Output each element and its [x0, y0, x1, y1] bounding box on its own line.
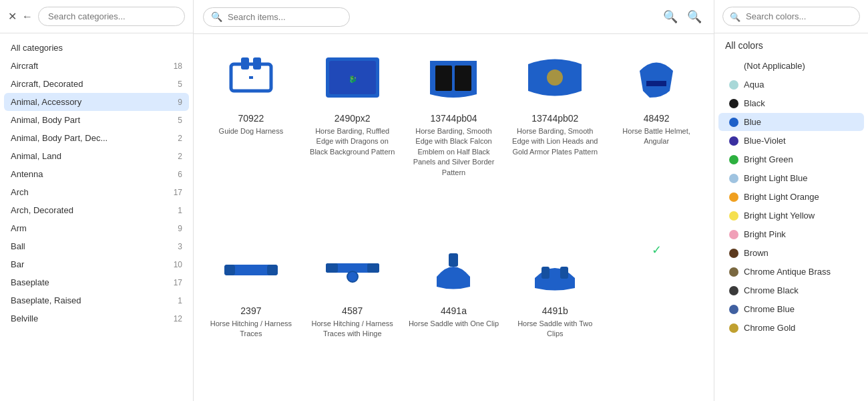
sidebar-item-count: 12	[174, 314, 182, 323]
item-card-4[interactable]: 48492Horse Battle Helmet, Angular	[606, 41, 707, 233]
sidebar-item-4[interactable]: Animal, Body Part5	[0, 111, 193, 129]
sidebar-item-label: Animal, Body Part, Dec...	[11, 133, 107, 143]
sidebar-item-10[interactable]: Arm9	[0, 219, 193, 237]
color-label: Aqua	[744, 80, 764, 90]
color-item-5[interactable]: Bright Green	[718, 150, 864, 168]
sidebar-item-5[interactable]: Animal, Body Part, Dec...2	[0, 129, 193, 147]
color-dot	[729, 305, 738, 314]
sidebar-item-count: 5	[178, 80, 182, 89]
item-name: Horse Saddle with Two Clips	[509, 319, 600, 340]
item-card-9[interactable]: ✓	[606, 233, 707, 394]
color-item-10[interactable]: Brown	[718, 244, 864, 262]
color-label: Brown	[744, 248, 769, 258]
category-search-input[interactable]	[38, 7, 185, 26]
item-id: 4587	[342, 305, 363, 316]
color-item-13[interactable]: Chrome Blue	[718, 300, 864, 318]
sidebar-item-count: 2	[178, 134, 182, 143]
color-dot	[729, 267, 738, 277]
item-card-0[interactable]: 70922Guide Dog Harness	[200, 41, 302, 233]
color-item-7[interactable]: Bright Light Orange	[718, 188, 864, 206]
colors-title: All colors	[714, 33, 868, 53]
items-search-wrap: 🔍	[203, 7, 655, 27]
svg-rect-7	[435, 65, 452, 91]
item-card-3[interactable]: 13744pb02Horse Barding, Smooth Edge with…	[504, 41, 606, 233]
color-item-3[interactable]: Blue	[718, 113, 864, 131]
sidebar-item-label: All categories	[11, 43, 63, 53]
colors-list: (Not Applicable)AquaBlackBlueBlue-Violet…	[714, 53, 868, 401]
search-icon: 🔍	[211, 11, 222, 22]
sidebar-item-12[interactable]: Bar10	[0, 255, 193, 273]
item-image	[623, 47, 690, 108]
sidebar-item-count: 10	[174, 260, 182, 269]
search-icon: 🔍	[730, 11, 740, 21]
sidebar-item-0[interactable]: All categories	[0, 39, 193, 57]
item-image	[420, 240, 487, 300]
color-label: Blue-Violet	[744, 136, 786, 146]
svg-rect-12	[224, 265, 235, 275]
sidebar-item-label: Animal, Body Part	[11, 115, 80, 125]
item-name: Horse Hitching / Harness Traces	[206, 319, 296, 340]
svg-rect-8	[455, 65, 471, 91]
color-label: (Not Applicable)	[744, 61, 805, 71]
color-item-4[interactable]: Blue-Violet	[718, 132, 864, 150]
item-card-7[interactable]: 4491aHorse Saddle with One Clip	[403, 233, 505, 394]
item-id: 4491a	[441, 305, 467, 316]
color-dot	[729, 99, 738, 108]
color-item-6[interactable]: Bright Light Blue	[718, 169, 864, 187]
sidebar-item-13[interactable]: Baseplate17	[0, 273, 193, 291]
sidebar-item-count: 9	[178, 98, 182, 107]
sidebar-item-label: Animal, Accessory	[11, 97, 81, 107]
color-label: Chrome Gold	[744, 323, 795, 333]
sidebar-item-7[interactable]: Antenna6	[0, 165, 193, 183]
color-item-11[interactable]: Chrome Antique Brass	[718, 263, 864, 281]
item-image	[218, 47, 284, 108]
zoom-in-button[interactable]: 🔍	[660, 7, 680, 27]
sidebar-item-15[interactable]: Belville12	[0, 309, 193, 327]
items-search-input[interactable]	[203, 7, 350, 27]
color-item-0[interactable]: (Not Applicable)	[718, 57, 864, 75]
item-card-2[interactable]: 13744pb04Horse Barding, Smooth Edge with…	[403, 41, 505, 233]
color-item-9[interactable]: Bright Pink	[718, 225, 864, 243]
sidebar-item-count: 5	[178, 116, 182, 125]
item-image	[521, 47, 588, 108]
item-check-mark: ✓	[652, 243, 662, 257]
sidebar-item-3[interactable]: Animal, Accessory9	[4, 93, 189, 111]
color-item-12[interactable]: Chrome Black	[718, 281, 864, 299]
color-item-8[interactable]: Bright Light Yellow	[718, 207, 864, 225]
item-card-1[interactable]: 🐉2490px2Horse Barding, Ruffled Edge with…	[302, 41, 403, 233]
item-id: 13744pb02	[531, 113, 578, 124]
item-card-6[interactable]: 4587Horse Hitching / Harness Traces with…	[302, 233, 403, 394]
sidebar-item-label: Aircraft	[11, 61, 38, 71]
sidebar-item-label: Baseplate, Raised	[11, 295, 81, 305]
sidebar-item-label: Arch, Decorated	[11, 205, 73, 215]
sidebar-item-11[interactable]: Ball3	[0, 237, 193, 255]
colors-search-input[interactable]	[722, 7, 860, 26]
color-item-1[interactable]: Aqua	[718, 76, 864, 94]
color-item-2[interactable]: Black	[718, 94, 864, 112]
color-item-14[interactable]: Chrome Gold	[718, 319, 864, 337]
color-label: Blue	[744, 117, 761, 127]
categories-sidebar: ✕ ← All categoriesAircraft18Aircraft, De…	[0, 0, 194, 401]
item-name: Guide Dog Harness	[219, 126, 284, 136]
sidebar-item-1[interactable]: Aircraft18	[0, 57, 193, 75]
item-name: Horse Saddle with One Clip	[409, 319, 499, 329]
svg-rect-20	[560, 267, 568, 279]
item-id: 4491b	[542, 305, 568, 316]
sidebar-item-6[interactable]: Animal, Land2	[0, 147, 193, 165]
zoom-out-button[interactable]: 🔍	[684, 7, 704, 27]
close-icon[interactable]: ✕	[8, 10, 17, 23]
svg-rect-10	[646, 81, 666, 86]
view-controls: 🔍 🔍	[660, 7, 704, 27]
colors-header: 🔍	[714, 0, 868, 33]
sidebar-item-label: Ball	[11, 241, 25, 251]
sidebar-item-8[interactable]: Arch17	[0, 183, 193, 201]
sidebar-item-label: Animal, Land	[11, 151, 61, 161]
item-card-5[interactable]: 2397Horse Hitching / Harness Traces	[200, 233, 302, 394]
back-icon[interactable]: ←	[22, 11, 33, 23]
item-name: Horse Barding, Smooth Edge with Black Fa…	[409, 126, 499, 178]
sidebar-item-9[interactable]: Arch, Decorated1	[0, 201, 193, 219]
sidebar-item-14[interactable]: Baseplate, Raised1	[0, 291, 193, 309]
svg-point-17	[347, 271, 358, 282]
sidebar-item-2[interactable]: Aircraft, Decorated5	[0, 75, 193, 93]
item-card-8[interactable]: 4491bHorse Saddle with Two Clips	[504, 233, 606, 394]
